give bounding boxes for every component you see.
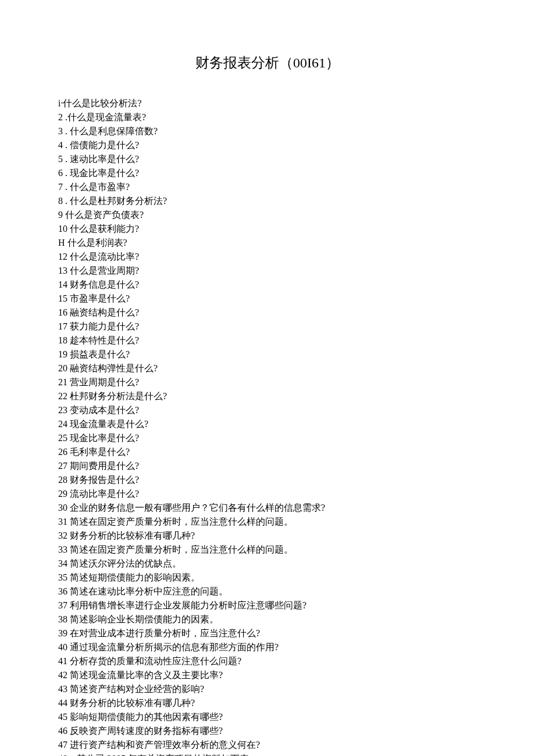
question-line: i·什么是比较分析法?: [58, 96, 477, 110]
question-line: 8 . 什么是杜邦财务分析法?: [58, 194, 477, 208]
question-line: 16 融资结构是什么?: [58, 306, 477, 320]
question-line: 9 什么是资产负债表?: [58, 208, 477, 222]
question-line: 21 营业周期是什么?: [58, 375, 477, 389]
question-line: 47 进行资产结构和资产管理效率分析的意义何在?: [58, 738, 477, 752]
question-line: 24 现金流量表是什么?: [58, 417, 477, 431]
question-line: 17 获力能力是什么?: [58, 320, 477, 334]
question-line: 41 分析存货的质量和流动性应注意什么问题?: [58, 654, 477, 668]
question-line: 5 . 速动比率是什么?: [58, 152, 477, 166]
question-line: 37 利用销售增长率进行企业发展能力分析时应注意哪些问题?: [58, 599, 477, 612]
question-line: 14 财务信息是什么?: [58, 278, 477, 292]
question-line: 33 简述在固定资产质量分析时，应当注意什么样的问题。: [58, 543, 477, 557]
question-line: 48、某公司 2005 年有关资产项目的资料如下表:: [58, 752, 477, 756]
question-line: 27 期间费用是什么?: [58, 459, 477, 473]
question-line: 46 反映资产周转速度的财务指标有哪些?: [58, 724, 477, 738]
question-line: 20 融资结构弹性是什么?: [58, 361, 477, 375]
question-line: 12 什么是流动比率?: [58, 250, 477, 264]
question-line: H 什么是利润表?: [58, 236, 477, 250]
question-line: 29 流动比率是什么?: [58, 487, 477, 501]
question-line: 7 . 什么是市盈率?: [58, 180, 477, 194]
question-line: 35 简述短期偿债能力的影响因素。: [58, 571, 477, 585]
question-line: 13 什么是营业周期?: [58, 264, 477, 278]
question-line: 23 变动成本是什么?: [58, 403, 477, 417]
question-line: 40 通过现金流量分析所揭示的信息有那些方面的作用?: [58, 640, 477, 654]
question-line: 18 趁本特性是什么?: [58, 334, 477, 347]
question-line: 36 简述在速动比率分析中应注意的问题。: [58, 585, 477, 599]
question-line: 39 在对营业成本进行质量分析时，应当注意什么?: [58, 626, 477, 640]
page-title: 财务报表分析（00I61）: [58, 52, 477, 73]
questions-list: i·什么是比较分析法?2 .什么是现金流量表?3 . 什么是利息保障倍数?4 .…: [58, 96, 477, 756]
question-line: 19 损益表是什么?: [58, 347, 477, 361]
question-line: 28 财务报告是什么?: [58, 473, 477, 487]
question-line: 42 简述现金流量比率的含义及主要比率?: [58, 668, 477, 682]
question-line: 26 毛利率是什么?: [58, 445, 477, 459]
question-line: 38 简述影响企业长期偿债能力的因素。: [58, 612, 477, 626]
question-line: 25 现金比率是什么?: [58, 431, 477, 445]
question-line: 10 什么是获利能力?: [58, 222, 477, 236]
question-line: 22 杜邦财务分析法是什么?: [58, 389, 477, 403]
question-line: 34 简述沃尔评分法的优缺点。: [58, 557, 477, 571]
question-line: 43 简述资产结构对企业经营的影响?: [58, 682, 477, 696]
question-line: 44 财务分析的比较标准有哪几种?: [58, 696, 477, 710]
question-line: 6 . 现金比率是什么?: [58, 166, 477, 180]
question-line: 32 财务分析的比较标准有哪几种?: [58, 529, 477, 543]
question-line: 45 影响短期偿债能力的其他因素有哪些?: [58, 710, 477, 724]
question-line: 2 .什么是现金流量表?: [58, 110, 477, 124]
question-line: 4 . 偿债能力是什么?: [58, 138, 477, 152]
question-line: 30 企业的财务信息一般有哪些用户？它们各有什么样的信息需求?: [58, 501, 477, 515]
question-line: 3 . 什么是利息保障倍数?: [58, 124, 477, 138]
question-line: 31 简述在固定资产质量分析时，应当注意什么样的问题。: [58, 515, 477, 529]
question-line: 15 市盈率是什么?: [58, 292, 477, 306]
